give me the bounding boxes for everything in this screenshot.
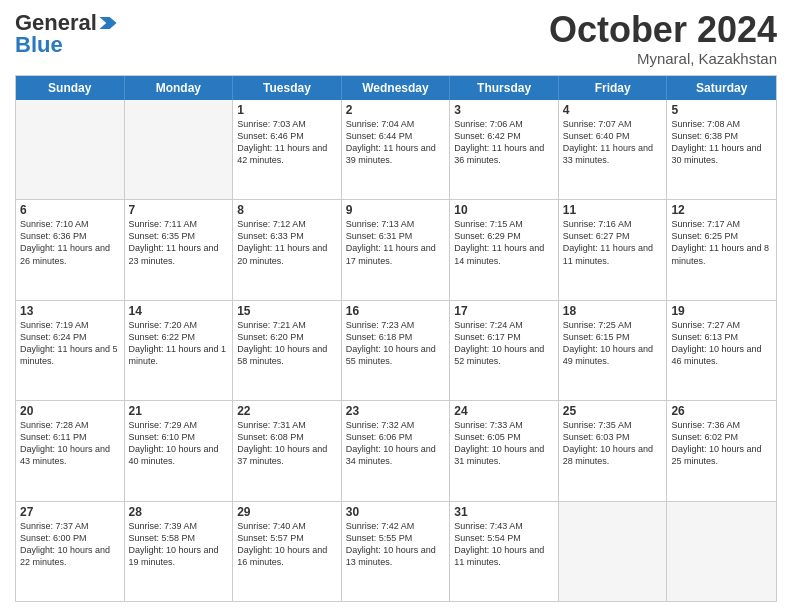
calendar-cell: 12Sunrise: 7:17 AMSunset: 6:25 PMDayligh… [667,200,776,299]
calendar-cell [559,502,668,601]
location: Mynaral, Kazakhstan [549,50,777,67]
calendar-cell: 4Sunrise: 7:07 AMSunset: 6:40 PMDaylight… [559,100,668,199]
calendar-cell: 5Sunrise: 7:08 AMSunset: 6:38 PMDaylight… [667,100,776,199]
day-number: 22 [237,404,337,418]
cell-info: Sunrise: 7:28 AMSunset: 6:11 PMDaylight:… [20,419,120,468]
calendar-cell [667,502,776,601]
calendar-cell: 18Sunrise: 7:25 AMSunset: 6:15 PMDayligh… [559,301,668,400]
day-number: 3 [454,103,554,117]
header: General Blue October 2024 Mynaral, Kazak… [15,10,777,67]
day-number: 4 [563,103,663,117]
calendar-cell: 1Sunrise: 7:03 AMSunset: 6:46 PMDaylight… [233,100,342,199]
cell-info: Sunrise: 7:10 AMSunset: 6:36 PMDaylight:… [20,218,120,267]
calendar-header: SundayMondayTuesdayWednesdayThursdayFrid… [16,76,776,100]
day-number: 14 [129,304,229,318]
day-number: 12 [671,203,772,217]
header-day-wednesday: Wednesday [342,76,451,100]
header-day-saturday: Saturday [667,76,776,100]
day-number: 16 [346,304,446,318]
header-day-monday: Monday [125,76,234,100]
day-number: 2 [346,103,446,117]
calendar-cell: 26Sunrise: 7:36 AMSunset: 6:02 PMDayligh… [667,401,776,500]
logo-arrow-icon [99,17,117,29]
day-number: 31 [454,505,554,519]
day-number: 30 [346,505,446,519]
calendar-cell: 27Sunrise: 7:37 AMSunset: 6:00 PMDayligh… [16,502,125,601]
cell-info: Sunrise: 7:23 AMSunset: 6:18 PMDaylight:… [346,319,446,368]
calendar-cell: 15Sunrise: 7:21 AMSunset: 6:20 PMDayligh… [233,301,342,400]
day-number: 13 [20,304,120,318]
cell-info: Sunrise: 7:11 AMSunset: 6:35 PMDaylight:… [129,218,229,267]
calendar-cell: 2Sunrise: 7:04 AMSunset: 6:44 PMDaylight… [342,100,451,199]
cell-info: Sunrise: 7:31 AMSunset: 6:08 PMDaylight:… [237,419,337,468]
day-number: 7 [129,203,229,217]
day-number: 15 [237,304,337,318]
cell-info: Sunrise: 7:29 AMSunset: 6:10 PMDaylight:… [129,419,229,468]
header-day-tuesday: Tuesday [233,76,342,100]
day-number: 24 [454,404,554,418]
calendar-row-2: 13Sunrise: 7:19 AMSunset: 6:24 PMDayligh… [16,300,776,400]
cell-info: Sunrise: 7:03 AMSunset: 6:46 PMDaylight:… [237,118,337,167]
day-number: 17 [454,304,554,318]
svg-marker-0 [99,17,116,29]
cell-info: Sunrise: 7:06 AMSunset: 6:42 PMDaylight:… [454,118,554,167]
calendar-cell: 29Sunrise: 7:40 AMSunset: 5:57 PMDayligh… [233,502,342,601]
cell-info: Sunrise: 7:17 AMSunset: 6:25 PMDaylight:… [671,218,772,267]
day-number: 1 [237,103,337,117]
calendar-cell [16,100,125,199]
day-number: 25 [563,404,663,418]
calendar-cell: 9Sunrise: 7:13 AMSunset: 6:31 PMDaylight… [342,200,451,299]
calendar-cell: 28Sunrise: 7:39 AMSunset: 5:58 PMDayligh… [125,502,234,601]
day-number: 19 [671,304,772,318]
calendar-row-3: 20Sunrise: 7:28 AMSunset: 6:11 PMDayligh… [16,400,776,500]
cell-info: Sunrise: 7:33 AMSunset: 6:05 PMDaylight:… [454,419,554,468]
cell-info: Sunrise: 7:36 AMSunset: 6:02 PMDaylight:… [671,419,772,468]
cell-info: Sunrise: 7:04 AMSunset: 6:44 PMDaylight:… [346,118,446,167]
calendar-cell [125,100,234,199]
month-title: October 2024 [549,10,777,50]
cell-info: Sunrise: 7:25 AMSunset: 6:15 PMDaylight:… [563,319,663,368]
cell-info: Sunrise: 7:35 AMSunset: 6:03 PMDaylight:… [563,419,663,468]
cell-info: Sunrise: 7:15 AMSunset: 6:29 PMDaylight:… [454,218,554,267]
day-number: 27 [20,505,120,519]
calendar-cell: 10Sunrise: 7:15 AMSunset: 6:29 PMDayligh… [450,200,559,299]
day-number: 26 [671,404,772,418]
calendar-cell: 24Sunrise: 7:33 AMSunset: 6:05 PMDayligh… [450,401,559,500]
calendar-cell: 11Sunrise: 7:16 AMSunset: 6:27 PMDayligh… [559,200,668,299]
day-number: 10 [454,203,554,217]
calendar-cell: 13Sunrise: 7:19 AMSunset: 6:24 PMDayligh… [16,301,125,400]
cell-info: Sunrise: 7:16 AMSunset: 6:27 PMDaylight:… [563,218,663,267]
cell-info: Sunrise: 7:24 AMSunset: 6:17 PMDaylight:… [454,319,554,368]
calendar-row-0: 1Sunrise: 7:03 AMSunset: 6:46 PMDaylight… [16,100,776,199]
cell-info: Sunrise: 7:08 AMSunset: 6:38 PMDaylight:… [671,118,772,167]
header-day-thursday: Thursday [450,76,559,100]
calendar-cell: 25Sunrise: 7:35 AMSunset: 6:03 PMDayligh… [559,401,668,500]
day-number: 20 [20,404,120,418]
day-number: 6 [20,203,120,217]
calendar-cell: 31Sunrise: 7:43 AMSunset: 5:54 PMDayligh… [450,502,559,601]
day-number: 5 [671,103,772,117]
day-number: 21 [129,404,229,418]
cell-info: Sunrise: 7:39 AMSunset: 5:58 PMDaylight:… [129,520,229,569]
calendar-cell: 19Sunrise: 7:27 AMSunset: 6:13 PMDayligh… [667,301,776,400]
cell-info: Sunrise: 7:21 AMSunset: 6:20 PMDaylight:… [237,319,337,368]
cell-info: Sunrise: 7:42 AMSunset: 5:55 PMDaylight:… [346,520,446,569]
day-number: 28 [129,505,229,519]
calendar-cell: 17Sunrise: 7:24 AMSunset: 6:17 PMDayligh… [450,301,559,400]
calendar-row-1: 6Sunrise: 7:10 AMSunset: 6:36 PMDaylight… [16,199,776,299]
day-number: 11 [563,203,663,217]
cell-info: Sunrise: 7:19 AMSunset: 6:24 PMDaylight:… [20,319,120,368]
calendar-cell: 8Sunrise: 7:12 AMSunset: 6:33 PMDaylight… [233,200,342,299]
day-number: 23 [346,404,446,418]
calendar-cell: 23Sunrise: 7:32 AMSunset: 6:06 PMDayligh… [342,401,451,500]
calendar-cell: 22Sunrise: 7:31 AMSunset: 6:08 PMDayligh… [233,401,342,500]
calendar-cell: 7Sunrise: 7:11 AMSunset: 6:35 PMDaylight… [125,200,234,299]
cell-info: Sunrise: 7:20 AMSunset: 6:22 PMDaylight:… [129,319,229,368]
cell-info: Sunrise: 7:43 AMSunset: 5:54 PMDaylight:… [454,520,554,569]
page: General Blue October 2024 Mynaral, Kazak… [0,0,792,612]
day-number: 18 [563,304,663,318]
cell-info: Sunrise: 7:37 AMSunset: 6:00 PMDaylight:… [20,520,120,569]
calendar-cell: 3Sunrise: 7:06 AMSunset: 6:42 PMDaylight… [450,100,559,199]
cell-info: Sunrise: 7:40 AMSunset: 5:57 PMDaylight:… [237,520,337,569]
header-day-friday: Friday [559,76,668,100]
